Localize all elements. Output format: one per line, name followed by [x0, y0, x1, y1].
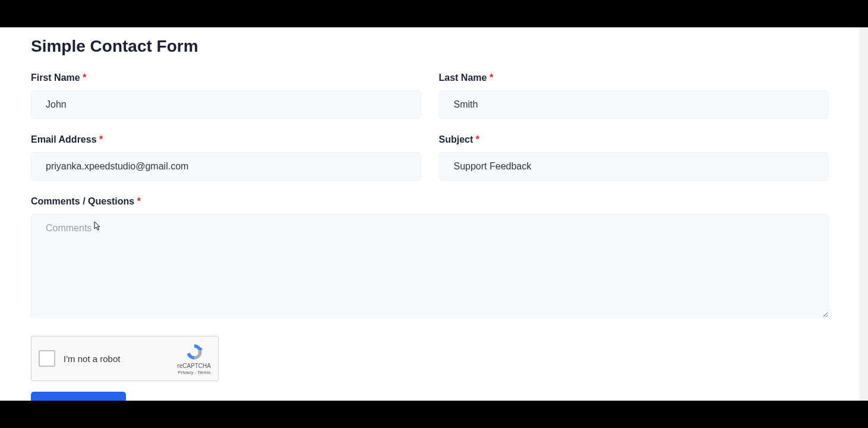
subject-label: Subject *: [439, 134, 829, 145]
content-area: Simple Contact Form First Name * Last Na…: [0, 27, 860, 401]
recaptcha-widget: I'm not a robot reCAPTCHA Privacy - Term…: [31, 336, 219, 381]
form-group-subject: Subject *: [439, 134, 829, 181]
scrollbar-track[interactable]: [860, 27, 868, 401]
required-mark: *: [137, 196, 141, 206]
form-group-comments: Comments / Questions *: [31, 196, 829, 320]
recaptcha-checkbox[interactable]: [39, 350, 55, 367]
email-input[interactable]: [31, 152, 421, 181]
label-text: Subject: [439, 134, 476, 144]
label-text: Last Name: [439, 73, 490, 83]
email-label: Email Address *: [31, 134, 421, 145]
recaptcha-branding: reCAPTCHA Privacy - Terms: [177, 342, 211, 375]
form-row: Email Address * Subject *: [31, 134, 829, 181]
recaptcha-links[interactable]: Privacy - Terms: [178, 370, 210, 375]
form-row: First Name * Last Name *: [31, 73, 829, 119]
top-bar: [0, 0, 868, 27]
last-name-label: Last Name *: [439, 73, 829, 83]
recaptcha-label: I'm not a robot: [64, 354, 177, 364]
first-name-input[interactable]: [31, 90, 421, 119]
first-name-label: First Name *: [31, 73, 421, 83]
page-title: Simple Contact Form: [31, 27, 829, 73]
subject-input[interactable]: [439, 152, 829, 181]
form-group-last-name: Last Name *: [439, 73, 829, 119]
label-text: Email Address: [31, 134, 99, 144]
recaptcha-logo-icon: [185, 342, 204, 361]
comments-textarea[interactable]: [31, 214, 829, 318]
required-mark: *: [476, 134, 479, 144]
required-mark: *: [490, 73, 493, 83]
required-mark: *: [83, 73, 86, 83]
label-text: First Name: [31, 73, 83, 83]
last-name-input[interactable]: [439, 90, 829, 119]
form-group-email: Email Address *: [31, 134, 421, 181]
form-row: Comments / Questions *: [31, 196, 829, 320]
required-mark: *: [99, 134, 103, 144]
send-message-button[interactable]: Send Message: [31, 392, 126, 401]
comments-label: Comments / Questions *: [31, 196, 829, 207]
recaptcha-brand-text: reCAPTCHA: [177, 363, 211, 369]
label-text: Comments / Questions: [31, 196, 137, 206]
bottom-bar: [0, 401, 868, 428]
form-group-first-name: First Name *: [31, 73, 421, 119]
